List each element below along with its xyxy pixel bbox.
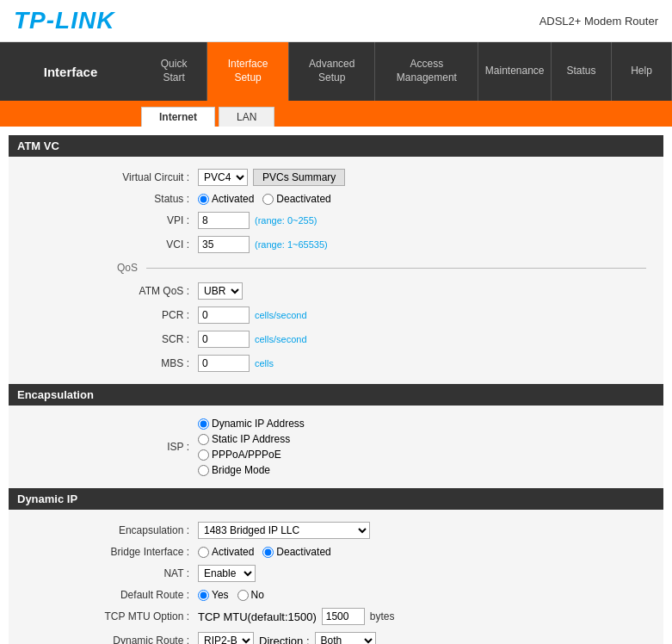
isp-bridge-radio[interactable] [198, 465, 209, 476]
bridge-activated-radio[interactable] [198, 547, 209, 558]
nat-control: Enable Disable [198, 565, 256, 582]
vci-range: (range: 1~65535) [255, 239, 328, 250]
isp-pppoa-option[interactable]: PPPoA/PPPoE [198, 449, 305, 461]
qos-divider-label: QoS [26, 262, 146, 274]
nav-items: Quick Start Interface Setup Advanced Set… [141, 42, 672, 101]
bridge-deactivated-option[interactable]: Deactivated [262, 546, 330, 558]
bridge-interface-control: Activated Deactivated [198, 546, 331, 558]
default-route-no-radio[interactable] [237, 590, 249, 601]
atm-vc-header: ATM VC [9, 135, 663, 157]
nav-label-status: Status [566, 65, 595, 78]
vci-input[interactable] [198, 236, 250, 253]
pcr-input[interactable] [198, 307, 250, 324]
pcr-row: PCR : cells/second [9, 303, 663, 327]
vci-label: VCI : [26, 238, 198, 251]
nav-item-maintenance[interactable]: Maintenance [478, 42, 552, 101]
default-route-yes-label: Yes [212, 589, 229, 601]
mbs-control: cells [198, 355, 274, 372]
sub-nav-internet[interactable]: Internet [141, 107, 215, 127]
mbs-input[interactable] [198, 355, 250, 372]
bridge-activated-label: Activated [212, 546, 254, 558]
isp-control: Dynamic IP Address Static IP Address PPP… [198, 418, 305, 476]
isp-bridge-option[interactable]: Bridge Mode [198, 464, 305, 476]
bridge-interface-label: Bridge Interface : [26, 546, 198, 558]
nav-item-status[interactable]: Status [552, 42, 612, 101]
scr-label: SCR : [26, 333, 198, 345]
default-route-yes-radio[interactable] [198, 590, 209, 601]
isp-pppoa-radio[interactable] [198, 449, 209, 461]
direction-label: Direction : [259, 635, 310, 645]
content-inner: ATM VC Virtual Circuit : PVC4 PVC0PVC1PV… [9, 135, 663, 644]
vci-row: VCI : (range: 1~65535) [9, 232, 663, 257]
vpi-control: (range: 0~255) [198, 212, 317, 229]
nav-item-help[interactable]: Help [612, 42, 672, 101]
nav-item-access-management[interactable]: Access Management [375, 42, 478, 101]
bridge-activated-option[interactable]: Activated [198, 546, 254, 558]
isp-radio-group: Dynamic IP Address Static IP Address PPP… [198, 418, 305, 476]
isp-static-ip-label: Static IP Address [212, 433, 290, 445]
nav-item-advanced-setup[interactable]: Advanced Setup [289, 42, 375, 101]
dyn-encapsulation-label: Encapsulation : [26, 524, 198, 536]
nat-row: NAT : Enable Disable [9, 561, 663, 585]
nav-label-advanced-setup: Advanced Setup [301, 58, 362, 84]
atm-vc-body: Virtual Circuit : PVC4 PVC0PVC1PVC2PVC3 … [9, 157, 663, 384]
dynamic-route-control: RIP2-B RIP1 None Direction : Both None T… [198, 632, 376, 644]
logo: TP-LINK [14, 7, 114, 34]
default-route-control: Yes No [198, 589, 264, 601]
status-activated-radio[interactable] [198, 194, 209, 205]
virtual-circuit-control: PVC4 PVC0PVC1PVC2PVC3 PVC5PVC6PVC7 PVCs … [198, 169, 345, 186]
vpi-row: VPI : (range: 0~255) [9, 208, 663, 232]
status-activated-label: Activated [212, 193, 254, 205]
mbs-unit: cells [255, 358, 274, 368]
pvc-summary-button[interactable]: PVCs Summary [253, 169, 345, 186]
sub-nav-lan[interactable]: LAN [219, 107, 274, 127]
virtual-circuit-select[interactable]: PVC4 PVC0PVC1PVC2PVC3 PVC5PVC6PVC7 [198, 169, 248, 186]
isp-label: ISP : [26, 441, 198, 453]
tcp-mtu-row: TCP MTU Option : TCP MTU(default:1500) b… [9, 604, 663, 629]
pcr-control: cells/second [198, 307, 307, 324]
isp-dynamic-ip-option[interactable]: Dynamic IP Address [198, 418, 305, 430]
nav-item-quick-start[interactable]: Quick Start [141, 42, 207, 101]
nav-interface-label: Interface [0, 42, 141, 101]
status-deactivated-radio[interactable] [262, 194, 274, 205]
dynamic-route-label: Dynamic Route : [26, 635, 198, 644]
scr-row: SCR : cells/second [9, 327, 663, 351]
nav-item-interface-setup[interactable]: Interface Setup [207, 42, 289, 101]
scr-control: cells/second [198, 331, 307, 348]
nat-select[interactable]: Enable Disable [198, 565, 256, 582]
nav-label-help: Help [631, 65, 652, 78]
isp-static-ip-option[interactable]: Static IP Address [198, 433, 305, 445]
qos-divider-line [146, 268, 646, 269]
default-route-yes-option[interactable]: Yes [198, 589, 229, 601]
isp-static-ip-radio[interactable] [198, 434, 209, 445]
scr-input[interactable] [198, 331, 250, 348]
dynamic-route-row: Dynamic Route : RIP2-B RIP1 None Directi… [9, 629, 663, 644]
isp-dynamic-ip-radio[interactable] [198, 418, 209, 430]
dyn-encapsulation-select[interactable]: 1483 Bridged IP LLC 1483 Routed IP LLC 1… [198, 522, 370, 539]
vpi-input[interactable] [198, 212, 250, 229]
nat-label: NAT : [26, 567, 198, 579]
bridge-deactivated-radio[interactable] [262, 547, 274, 558]
status-activated-option[interactable]: Activated [198, 193, 254, 205]
isp-row: ISP : Dynamic IP Address Static IP Addre… [9, 414, 663, 480]
dyn-encapsulation-row: Encapsulation : 1483 Bridged IP LLC 1483… [9, 518, 663, 542]
default-route-no-option[interactable]: No [237, 589, 264, 601]
direction-select[interactable]: Both None TX Only RX Only [315, 632, 376, 644]
bridge-interface-radio-group: Activated Deactivated [198, 546, 331, 558]
virtual-circuit-row: Virtual Circuit : PVC4 PVC0PVC1PVC2PVC3 … [9, 165, 663, 189]
atm-qos-select[interactable]: UBR CBR VBR [198, 282, 243, 300]
pcr-label: PCR : [26, 309, 198, 321]
tcp-mtu-input[interactable] [322, 608, 365, 625]
tcp-mtu-label: TCP MTU Option : [26, 610, 198, 622]
dynamic-ip-header: Dynamic IP [9, 488, 663, 510]
status-radio-group: Activated Deactivated [198, 193, 331, 205]
nav-label-quick-start: Quick Start [153, 58, 194, 84]
status-control: Activated Deactivated [198, 193, 331, 205]
encapsulation-body: ISP : Dynamic IP Address Static IP Addre… [9, 406, 663, 488]
scr-unit: cells/second [255, 334, 307, 344]
status-deactivated-option[interactable]: Deactivated [262, 193, 330, 205]
bridge-interface-row: Bridge Interface : Activated Deactivated [9, 542, 663, 561]
vpi-label: VPI : [26, 214, 198, 226]
virtual-circuit-label: Virtual Circuit : [26, 171, 198, 183]
dynamic-route-select[interactable]: RIP2-B RIP1 None [198, 632, 254, 644]
